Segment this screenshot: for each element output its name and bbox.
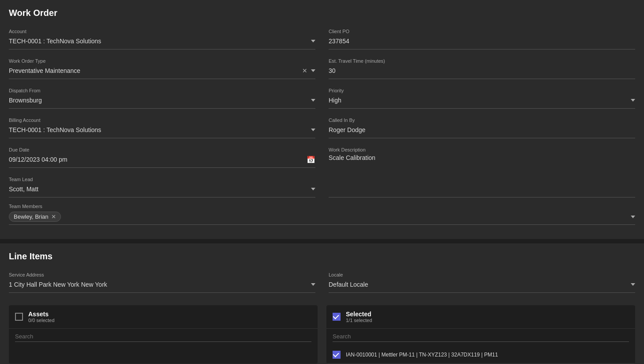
line-items-form: Service Address 1 City Hall Park New Yor… [9, 269, 635, 299]
billing-account-value: TECH-0001 : TechNova Solutions [9, 126, 101, 133]
assets-search-field[interactable] [15, 333, 311, 342]
assets-panel-title: Assets [28, 311, 54, 318]
locale-value: Default Locale [329, 281, 368, 288]
work-order-form: Account TECH-0001 : TechNova Solutions C… [9, 26, 635, 204]
assets-panel-subtitle: 0/0 selected [28, 318, 54, 323]
account-label: Account [9, 29, 315, 34]
est-travel-time-label: Est. Travel Time (minutes) [329, 58, 635, 64]
work-order-type-field[interactable]: Work Order Type Preventative Maintenance… [9, 56, 315, 79]
selected-panel: Selected 1/1 selected IAN-0010001 | Mett… [326, 305, 635, 364]
dispatch-from-chevron-icon[interactable] [311, 99, 315, 102]
billing-account-label: Billing Account [9, 118, 315, 123]
team-lead-chevron-icon[interactable] [311, 188, 315, 190]
service-address-field[interactable]: Service Address 1 City Hall Park New Yor… [9, 269, 315, 293]
team-lead-label: Team Lead [9, 177, 315, 182]
service-address-label: Service Address [9, 272, 315, 277]
priority-field[interactable]: Priority High [329, 85, 635, 109]
team-lead-field[interactable]: Team Lead Scott, Matt [9, 174, 315, 197]
called-in-by-value: Roger Dodge [329, 126, 365, 133]
due-date-value: 09/12/2023 04:00 pm [9, 156, 67, 163]
assets-search-input[interactable] [15, 333, 311, 340]
team-members-chevron-icon[interactable] [631, 216, 635, 218]
selected-select-all-checkbox[interactable] [333, 313, 341, 321]
clear-work-order-type-icon[interactable]: ✕ [302, 67, 307, 74]
service-address-chevron-icon[interactable] [311, 283, 315, 286]
work-order-type-label: Work Order Type [9, 58, 315, 64]
locale-label: Locale [329, 272, 635, 277]
asset-item-label: IAN-0010001 | Mettler PM-11 | TN-XYZ123 … [346, 352, 498, 358]
locale-field[interactable]: Locale Default Locale [329, 269, 635, 293]
assets-panel: Assets 0/0 selected [9, 305, 318, 364]
team-members-row[interactable]: Bewley, Brian ✕ [9, 212, 635, 225]
chip-label: Bewley, Brian [14, 213, 49, 220]
called-in-by-label: Called In By [329, 118, 635, 123]
selected-search-input[interactable] [333, 333, 629, 340]
selected-search-field[interactable] [333, 333, 629, 342]
dispatch-from-value: Brownsburg [9, 97, 42, 104]
due-date-label: Due Date [9, 147, 315, 152]
client-po-field[interactable]: Client PO 237854 [329, 26, 635, 49]
team-members-field: Team Members Bewley, Brian ✕ [9, 204, 635, 225]
list-item[interactable]: IAN-0010001 | Mettler PM-11 | TN-XYZ123 … [326, 346, 635, 364]
priority-chevron-icon[interactable] [631, 99, 635, 102]
work-order-title: Work Order [9, 8, 635, 18]
est-travel-time-field[interactable]: Est. Travel Time (minutes) 30 [329, 56, 635, 79]
assets-container: Assets 0/0 selected Selected 1/1 selecte… [9, 305, 635, 364]
account-value: TECH-0001 : TechNova Solutions [9, 38, 101, 45]
service-address-value: 1 City Hall Park New York New York [9, 281, 107, 288]
work-order-type-chevron-icon[interactable] [311, 69, 315, 72]
remove-chip-icon[interactable]: ✕ [51, 213, 56, 220]
work-description-field[interactable]: Work Description Scale Calibration [329, 144, 635, 197]
section-divider [0, 239, 644, 243]
selected-panel-title: Selected [346, 311, 372, 318]
team-members-label: Team Members [9, 204, 635, 209]
work-order-type-value: Preventative Maintenance [9, 67, 80, 74]
account-field[interactable]: Account TECH-0001 : TechNova Solutions [9, 26, 315, 49]
assets-select-all-checkbox[interactable] [15, 313, 23, 321]
selected-panel-header: Selected 1/1 selected [326, 305, 635, 329]
calendar-icon[interactable]: 📅 [307, 155, 315, 164]
dispatch-from-label: Dispatch From [9, 88, 315, 93]
work-order-section: Work Order Account TECH-0001 : TechNova … [0, 0, 644, 239]
priority-label: Priority [329, 88, 635, 93]
selected-panel-subtitle: 1/1 selected [346, 318, 372, 323]
dispatch-from-field[interactable]: Dispatch From Brownsburg [9, 85, 315, 109]
billing-account-field[interactable]: Billing Account TECH-0001 : TechNova Sol… [9, 115, 315, 138]
client-po-label: Client PO [329, 29, 635, 34]
team-lead-value: Scott, Matt [9, 186, 38, 193]
line-items-title: Line Items [9, 251, 635, 262]
account-chevron-icon[interactable] [311, 40, 315, 42]
team-member-chip-bewley-brian[interactable]: Bewley, Brian ✕ [9, 212, 61, 222]
billing-account-chevron-icon[interactable] [311, 129, 315, 131]
assets-panel-header: Assets 0/0 selected [9, 305, 318, 329]
due-date-field[interactable]: Due Date 09/12/2023 04:00 pm 📅 [9, 144, 315, 168]
line-items-section: Line Items Service Address 1 City Hall P… [0, 243, 644, 364]
locale-chevron-icon[interactable] [631, 283, 635, 286]
priority-value: High [329, 97, 341, 104]
client-po-value: 237854 [329, 38, 349, 45]
work-description-value: Scale Calibration [329, 154, 375, 161]
est-travel-time-value: 30 [329, 67, 336, 74]
work-description-label: Work Description [329, 147, 635, 152]
asset-item-checkbox[interactable] [333, 351, 341, 359]
called-in-by-field[interactable]: Called In By Roger Dodge [329, 115, 635, 138]
